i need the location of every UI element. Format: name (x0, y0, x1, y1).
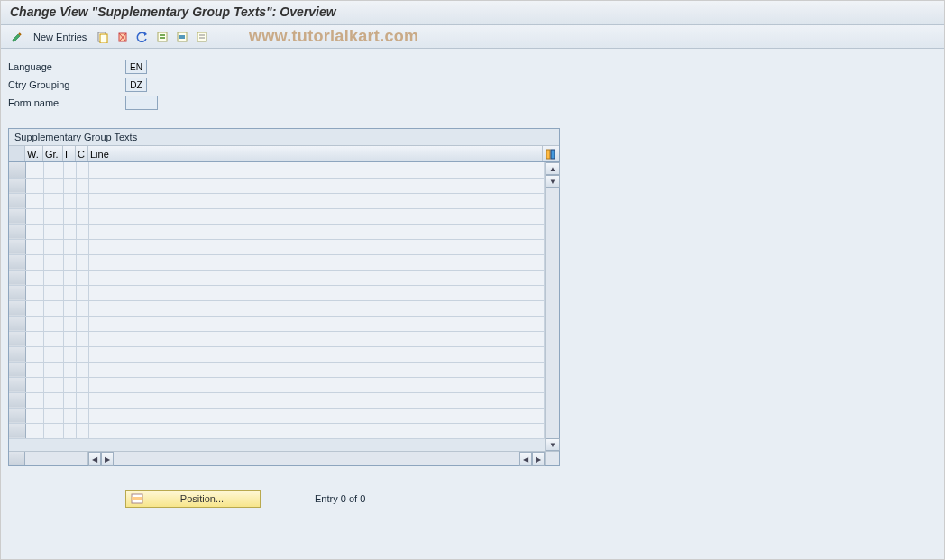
position-button-label: Position... (148, 493, 256, 504)
toggle-display-change-icon[interactable] (8, 28, 26, 46)
form-name-row: Form name (8, 94, 937, 112)
column-header-selector[interactable] (9, 146, 25, 161)
application-toolbar: New Entries www.tutorialkart.com (1, 25, 944, 49)
table-row[interactable] (9, 331, 545, 346)
table-row[interactable] (9, 254, 545, 270)
table-row[interactable] (9, 224, 545, 239)
hscroll-spacer (25, 452, 88, 465)
table-row[interactable] (9, 193, 545, 208)
language-field[interactable]: EN (125, 60, 147, 74)
column-header-c[interactable]: C (76, 146, 88, 161)
horizontal-scrollbar[interactable]: ◀ ▶ ◀ ▶ (9, 451, 559, 465)
svg-rect-13 (546, 150, 550, 159)
position-button[interactable]: Position... (125, 490, 261, 508)
scroll-left-icon[interactable]: ◀ (519, 452, 532, 466)
table-title: Supplementary Group Texts (9, 129, 559, 146)
hscroll-spacer (9, 452, 25, 465)
hscroll-track[interactable] (114, 452, 519, 465)
svg-rect-14 (551, 150, 555, 159)
scroll-right-icon[interactable]: ▶ (101, 452, 114, 466)
deselect-all-icon[interactable] (193, 28, 211, 46)
scroll-corner (545, 452, 559, 465)
svg-rect-1 (100, 34, 107, 43)
table-row[interactable] (9, 408, 545, 423)
footer-bar: Position... Entry 0 of 0 (8, 490, 937, 508)
ctry-grouping-label: Ctry Grouping (8, 79, 125, 90)
table-row[interactable] (9, 285, 545, 300)
svg-rect-16 (132, 497, 142, 500)
scroll-down-icon[interactable]: ▼ (546, 175, 560, 188)
svg-rect-9 (179, 35, 185, 39)
table-row[interactable] (9, 300, 545, 316)
ctry-grouping-row: Ctry Grouping DZ (8, 76, 937, 94)
table-row[interactable] (9, 377, 545, 392)
undo-change-icon[interactable] (133, 28, 151, 46)
column-header-w[interactable]: W. (25, 146, 43, 161)
table-control: Supplementary Group Texts W. Gr. I C Lin… (8, 128, 560, 466)
watermark-text: www.tutorialkart.com (249, 27, 418, 46)
scroll-down-icon[interactable]: ▼ (546, 438, 560, 451)
table-body: ▲ ▼ ▲ ▼ (9, 162, 559, 451)
column-header-line[interactable]: Line (88, 146, 543, 161)
table-header-row: W. Gr. I C Line (9, 146, 559, 162)
table-row[interactable] (9, 178, 545, 193)
table-row[interactable] (9, 239, 545, 254)
language-row: Language EN (8, 58, 937, 76)
new-entries-button[interactable]: New Entries (28, 30, 92, 44)
content-area: Language EN Ctry Grouping DZ Form name S… (1, 49, 944, 517)
table-configuration-icon[interactable] (543, 146, 559, 161)
table-row[interactable] (9, 316, 545, 331)
table-row[interactable] (9, 270, 545, 285)
delete-icon[interactable] (114, 28, 132, 46)
svg-rect-7 (160, 37, 165, 39)
table-row[interactable] (9, 346, 545, 362)
select-block-icon[interactable] (173, 28, 191, 46)
scroll-right-icon[interactable]: ▶ (532, 452, 545, 466)
page-title: Change View "Supplementary Group Texts":… (10, 5, 935, 19)
scroll-up-icon[interactable]: ▲ (546, 162, 560, 175)
table-row[interactable] (9, 423, 545, 438)
scroll-left-icon[interactable]: ◀ (88, 452, 101, 466)
column-header-i[interactable]: I (63, 146, 76, 161)
table-row[interactable] (9, 208, 545, 224)
language-label: Language (8, 61, 125, 72)
svg-rect-6 (160, 34, 165, 36)
form-name-label: Form name (8, 97, 125, 108)
table-row[interactable] (9, 362, 545, 377)
table-rows (9, 162, 545, 451)
select-all-icon[interactable] (153, 28, 171, 46)
form-name-field[interactable] (125, 96, 158, 110)
column-header-gr[interactable]: Gr. (43, 146, 63, 161)
copy-as-icon[interactable] (94, 28, 112, 46)
table-row[interactable] (9, 392, 545, 408)
vertical-scrollbar[interactable]: ▲ ▼ ▲ ▼ (545, 162, 559, 451)
table-row[interactable] (9, 162, 545, 178)
position-icon (130, 492, 144, 505)
svg-rect-10 (197, 32, 206, 41)
entry-count-text: Entry 0 of 0 (315, 493, 365, 504)
ctry-grouping-field[interactable]: DZ (125, 78, 147, 92)
title-bar: Change View "Supplementary Group Texts":… (1, 1, 944, 25)
